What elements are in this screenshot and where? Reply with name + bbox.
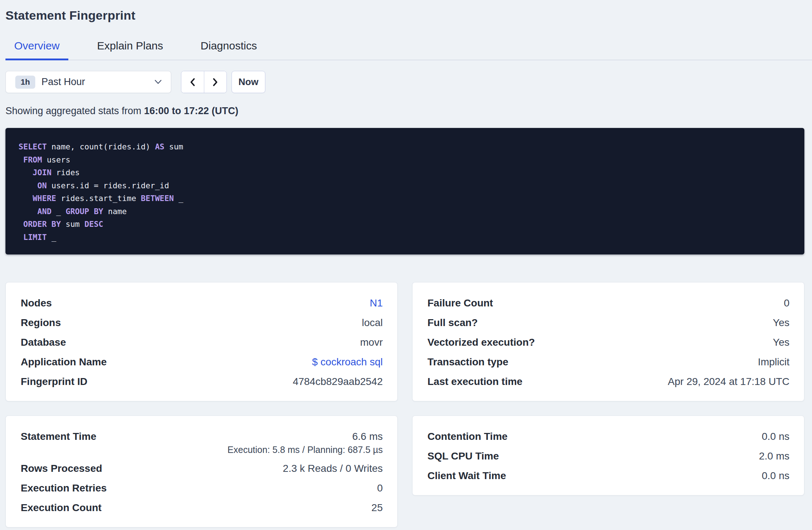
sql-line: ORDER BY sum DESC xyxy=(19,218,791,231)
sql-keyword: FROM xyxy=(23,155,42,164)
sql-text xyxy=(19,155,23,164)
info-label: Nodes xyxy=(21,293,52,313)
sql-text xyxy=(19,194,33,203)
info-value-wrap: N1 xyxy=(370,293,383,313)
previous-time-interval-button[interactable] xyxy=(181,71,204,93)
info-row: Full scan?Yes xyxy=(427,313,789,333)
sql-keyword: AS xyxy=(155,142,164,151)
tab-diagnostics[interactable]: Diagnostics xyxy=(192,40,266,60)
info-value-wrap: Apr 29, 2024 at 17:18 UTC xyxy=(668,372,789,392)
info-label: Execution Count xyxy=(21,498,101,518)
sql-line: JOIN rides xyxy=(19,166,791,179)
sql-text xyxy=(19,181,37,190)
info-value-wrap: 2.0 ms xyxy=(759,446,789,466)
info-row: Client Wait Time0.0 ns xyxy=(427,466,789,486)
sql-keyword: AND xyxy=(37,207,52,216)
sql-text: users xyxy=(42,155,71,164)
sql-statement-box: SELECT name, count(rides.id) AS sum FROM… xyxy=(5,128,804,254)
info-value: 0.0 ns xyxy=(762,431,789,442)
info-value-wrap: 25 xyxy=(371,498,383,518)
info-value: 6.6 ms xyxy=(352,431,383,442)
sql-text: rides.start_time xyxy=(56,194,141,203)
chevron-left-icon xyxy=(188,77,197,87)
info-value-link[interactable]: N1 xyxy=(370,297,383,309)
info-label: Last execution time xyxy=(427,372,522,392)
info-label: Fingerprint ID xyxy=(21,372,88,392)
info-label: Transaction type xyxy=(427,352,508,372)
info-row: Failure Count0 xyxy=(427,293,789,313)
info-label: Regions xyxy=(21,313,61,333)
info-value-wrap: 2.3 k Reads / 0 Writes xyxy=(283,459,383,478)
next-time-interval-button[interactable] xyxy=(204,71,227,93)
sql-keyword: ORDER BY xyxy=(23,220,61,229)
info-value: Yes xyxy=(773,317,789,328)
sql-text: rides xyxy=(52,168,80,177)
sql-text xyxy=(19,168,33,177)
info-label: Full scan? xyxy=(427,313,478,333)
time-range-dropdown[interactable]: 1h Past Hour xyxy=(5,71,171,93)
info-value-wrap: Yes xyxy=(773,333,789,352)
statement-details-card: NodesN1RegionslocalDatabasemovrApplicati… xyxy=(5,282,398,401)
info-value-subtext: Execution: 5.8 ms / Planning: 687.5 µs xyxy=(228,443,383,459)
info-value-wrap: $ cockroach sql xyxy=(312,352,383,372)
info-value: Implicit xyxy=(758,356,789,368)
page-title: Statement Fingerprint xyxy=(5,0,812,23)
info-label: Statement Time xyxy=(21,427,96,446)
sql-text xyxy=(19,233,23,242)
sql-text: _ xyxy=(52,207,66,216)
sql-text xyxy=(19,220,23,229)
info-value: 2.3 k Reads / 0 Writes xyxy=(283,463,383,474)
sql-text: users.id = rides.rider_id xyxy=(47,181,169,190)
info-label: Database xyxy=(21,333,66,352)
sql-text: name xyxy=(103,207,127,216)
sql-text: sum xyxy=(164,142,183,151)
info-value-wrap: local xyxy=(362,313,383,333)
statement-fingerprint-page: Statement Fingerprint Overview Explain P… xyxy=(0,0,812,530)
info-row: Last execution timeApr 29, 2024 at 17:18… xyxy=(427,372,789,392)
tab-explain-plans[interactable]: Explain Plans xyxy=(88,40,172,60)
info-value-wrap: movr xyxy=(360,333,383,352)
sql-line: WHERE rides.start_time BETWEEN _ xyxy=(19,192,791,205)
info-label: Application Name xyxy=(21,352,106,372)
sql-keyword: ON xyxy=(37,181,47,190)
sql-keyword: GROUP BY xyxy=(65,207,103,216)
sql-line: ON users.id = rides.rider_id xyxy=(19,179,791,192)
time-range-label: Past Hour xyxy=(41,76,85,88)
info-value: 0.0 ns xyxy=(762,470,789,481)
info-label: Rows Processed xyxy=(21,459,102,478)
info-value-wrap: 6.6 msExecution: 5.8 ms / Planning: 687.… xyxy=(228,427,383,459)
sql-keyword: LIMIT xyxy=(23,233,47,242)
info-value-wrap: 4784cb829aab2542 xyxy=(293,372,383,392)
sql-line: AND _ GROUP BY name xyxy=(19,205,791,218)
tab-overview[interactable]: Overview xyxy=(5,40,68,60)
tab-bar: Overview Explain Plans Diagnostics xyxy=(5,40,812,60)
info-value-wrap: 0 xyxy=(377,478,383,498)
info-row: Databasemovr xyxy=(21,333,383,352)
now-button[interactable]: Now xyxy=(232,71,265,93)
time-controls: 1h Past Hour xyxy=(5,71,812,93)
info-row: NodesN1 xyxy=(21,293,383,313)
info-label: Client Wait Time xyxy=(427,466,506,486)
statement-timing-card: Statement Time6.6 msExecution: 5.8 ms / … xyxy=(5,415,398,527)
info-value-link[interactable]: $ cockroach sql xyxy=(312,356,383,368)
info-row: Fingerprint ID4784cb829aab2542 xyxy=(21,372,383,392)
sql-keyword: JOIN xyxy=(33,168,52,177)
info-label: Contention Time xyxy=(427,427,507,446)
info-value: 4784cb829aab2542 xyxy=(293,376,383,387)
info-value: 25 xyxy=(371,502,383,513)
timing-cards-row: Statement Time6.6 msExecution: 5.8 ms / … xyxy=(5,415,804,527)
info-value: movr xyxy=(360,337,383,348)
info-value-wrap: Implicit xyxy=(758,352,789,372)
info-value: local xyxy=(362,317,383,328)
execution-attributes-card: Failure Count0Full scan?YesVectorized ex… xyxy=(412,282,804,401)
info-row: Execution Count25 xyxy=(21,498,383,518)
aggregated-stats-caption: Showing aggregated stats from 16:00 to 1… xyxy=(5,105,812,116)
wait-times-card: Contention Time0.0 nsSQL CPU Time2.0 msC… xyxy=(412,415,804,495)
sql-line: LIMIT _ xyxy=(19,231,791,244)
sql-keyword: WHERE xyxy=(33,194,56,203)
info-label: Failure Count xyxy=(427,293,493,313)
chevron-right-icon xyxy=(211,77,220,87)
time-pager xyxy=(181,71,227,93)
info-row: Application Name$ cockroach sql xyxy=(21,352,383,372)
info-value: Yes xyxy=(773,337,789,348)
